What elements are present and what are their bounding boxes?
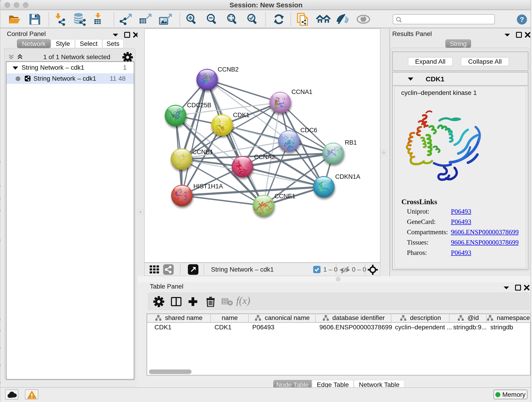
svg-text:?: ? [520,16,524,23]
